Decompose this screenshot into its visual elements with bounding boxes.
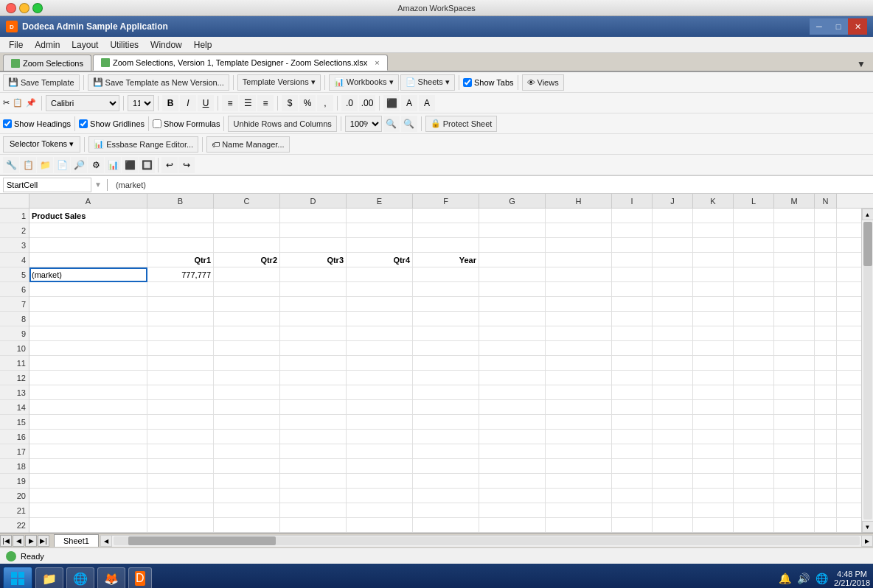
row-num-4[interactable]: 4 — [0, 253, 29, 267]
icon-tool-4[interactable]: 📄 — [54, 157, 70, 173]
font-selector[interactable]: Calibri — [46, 95, 119, 111]
row-num-16[interactable]: 16 — [0, 430, 29, 444]
show-gridlines-label[interactable]: Show Gridlines — [79, 119, 145, 128]
show-formulas-label[interactable]: Show Formulas — [153, 119, 220, 128]
cell-k1[interactable] — [693, 209, 734, 223]
row-num-6[interactable]: 6 — [0, 282, 29, 297]
menu-admin[interactable]: Admin — [29, 38, 66, 52]
cell-m4[interactable] — [774, 253, 815, 267]
percent-btn[interactable]: % — [299, 95, 316, 111]
tab-zoom-selections-inactive[interactable]: Zoom Selections — [3, 55, 91, 71]
cell-f3[interactable] — [413, 238, 479, 253]
cell-j4[interactable] — [653, 253, 693, 267]
name-box-arrow[interactable]: ▼ — [94, 181, 102, 189]
col-header-a[interactable]: A — [29, 194, 147, 209]
row-num-12[interactable]: 12 — [0, 371, 29, 385]
italic-btn[interactable]: I — [180, 95, 196, 111]
cell-a2[interactable] — [29, 223, 147, 238]
cell-l4[interactable] — [734, 253, 774, 267]
row-num-5[interactable]: 5 — [0, 267, 29, 282]
cell-e5[interactable] — [347, 267, 413, 282]
col-header-i[interactable]: I — [612, 194, 653, 209]
taskbar-app-explorer[interactable]: 📁 — [35, 567, 63, 588]
taskbar-app-firefox[interactable]: 🦊 — [97, 567, 125, 588]
menu-help[interactable]: Help — [188, 38, 218, 52]
tab-close-btn[interactable]: × — [375, 58, 379, 67]
cell-g5[interactable] — [479, 267, 546, 282]
col-header-h[interactable]: H — [546, 194, 612, 209]
cell-j1[interactable] — [653, 209, 693, 223]
menu-layout[interactable]: Layout — [66, 38, 104, 52]
icon-tool-8[interactable]: ⬛ — [122, 157, 138, 173]
row-num-8[interactable]: 8 — [0, 312, 29, 326]
paste-icon[interactable]: 📌 — [26, 98, 36, 108]
icon-tool-9[interactable]: 🔲 — [139, 157, 155, 173]
cell-e1[interactable] — [347, 209, 413, 223]
cut-icon[interactable]: ✂ — [3, 98, 10, 108]
v-scroll-track[interactable] — [863, 222, 872, 519]
font-color-btn[interactable]: A — [419, 95, 435, 111]
icon-tool-7[interactable]: 📊 — [105, 157, 121, 173]
cell-g2[interactable] — [479, 223, 546, 238]
scroll-down-btn[interactable]: ▼ — [862, 521, 874, 533]
cell-d1[interactable] — [280, 209, 347, 223]
sheet-prev-btn[interactable]: ◀ — [13, 535, 24, 547]
comma-btn[interactable]: , — [317, 95, 333, 111]
row-num-3[interactable]: 3 — [0, 238, 29, 253]
cell-j5[interactable] — [653, 267, 693, 282]
sheet-nav-controls[interactable]: |◀ ◀ ▶ ▶| — [0, 535, 49, 547]
copy-icon[interactable]: 📋 — [13, 98, 23, 108]
icon-tool-5[interactable]: 🔎 — [71, 157, 87, 173]
increase-decimal-btn[interactable]: .0 — [341, 95, 358, 111]
cell-d5[interactable] — [280, 267, 347, 282]
col-header-g[interactable]: G — [479, 194, 546, 209]
align-center-btn[interactable]: ☰ — [240, 95, 256, 111]
row-num-7[interactable]: 7 — [0, 297, 29, 312]
row-num-21[interactable]: 21 — [0, 503, 29, 518]
sheet-next-btn[interactable]: ▶ — [25, 535, 37, 547]
cell-a1[interactable]: Product Sales — [29, 209, 147, 223]
app-close-btn[interactable]: ✕ — [848, 18, 867, 35]
show-gridlines-checkbox[interactable] — [79, 119, 88, 128]
name-box-input[interactable]: StartCell — [3, 178, 91, 192]
row-num-17[interactable]: 17 — [0, 444, 29, 459]
os-close-btn[interactable] — [6, 3, 16, 13]
cell-j3[interactable] — [653, 238, 693, 253]
currency-btn[interactable]: $ — [282, 95, 298, 111]
name-manager-btn[interactable]: 🏷 Name Manager... — [206, 136, 289, 153]
cell-c5[interactable] — [214, 267, 280, 282]
row-num-11[interactable]: 11 — [0, 356, 29, 371]
cell-l1[interactable] — [734, 209, 774, 223]
col-header-b[interactable]: B — [147, 194, 214, 209]
menu-utilities[interactable]: Utilities — [104, 38, 145, 52]
cell-i1[interactable] — [612, 209, 653, 223]
col-header-c[interactable]: C — [214, 194, 280, 209]
cell-i3[interactable] — [612, 238, 653, 253]
row-num-10[interactable]: 10 — [0, 341, 29, 356]
cell-e4[interactable]: Qtr4 — [347, 253, 413, 267]
cell-b2[interactable] — [147, 223, 214, 238]
cell-n2[interactable] — [815, 223, 837, 238]
cell-h3[interactable] — [546, 238, 612, 253]
cell-n4[interactable] — [815, 253, 837, 267]
cell-l2[interactable] — [734, 223, 774, 238]
selector-tokens-btn[interactable]: Selector Tokens ▾ — [3, 136, 80, 153]
scroll-up-btn[interactable]: ▲ — [862, 209, 874, 220]
cell-k4[interactable] — [693, 253, 734, 267]
row-num-22[interactable]: 22 — [0, 518, 29, 533]
save-as-new-btn[interactable]: 💾 Save Template as New Version... — [88, 74, 229, 91]
row-num-13[interactable]: 13 — [0, 385, 29, 400]
h-scroll-track[interactable] — [114, 536, 860, 545]
row-num-15[interactable]: 15 — [0, 415, 29, 430]
cell-a5[interactable]: (market) — [29, 267, 147, 282]
cell-h1[interactable] — [546, 209, 612, 223]
cell-b5[interactable]: 777,777 — [147, 267, 214, 282]
os-window-controls[interactable] — [6, 3, 43, 13]
row-num-18[interactable]: 18 — [0, 459, 29, 474]
zoom-selector[interactable]: 100% — [345, 116, 382, 132]
cell-g1[interactable] — [479, 209, 546, 223]
col-header-l[interactable]: L — [734, 194, 774, 209]
sheets-btn[interactable]: 📄 Sheets ▾ — [400, 74, 455, 91]
cell-i5[interactable] — [612, 267, 653, 282]
template-versions-btn[interactable]: Template Versions ▾ — [237, 74, 321, 91]
